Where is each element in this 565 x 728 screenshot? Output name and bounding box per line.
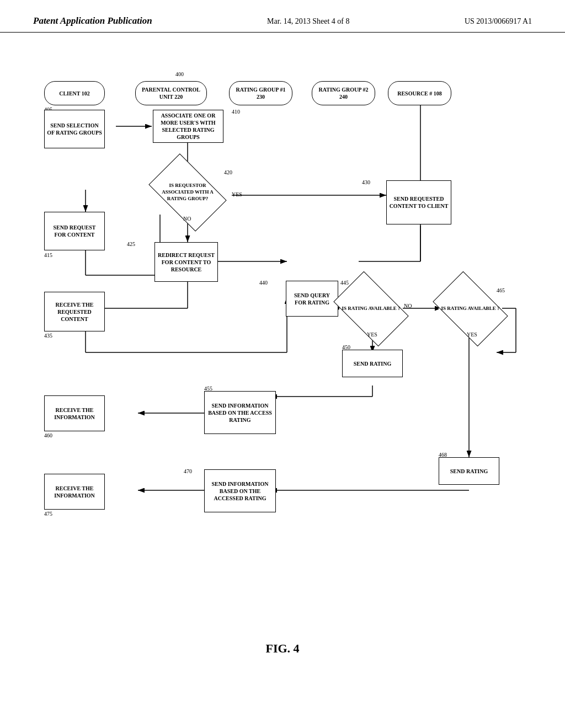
label-455: 455 [204,386,212,392]
resource-box: RESOURCE # 108 [388,81,451,105]
yes-label-3: YES [467,331,477,338]
label-465: 465 [497,287,505,293]
is-rating-avail2-diamond: IS RATING AVAILABLE ? [439,287,502,330]
publication-date: Mar. 14, 2013 Sheet 4 of 8 [267,17,349,26]
page-header: Patent Application Publication Mar. 14, … [0,0,565,33]
label-420: 420 [224,169,232,175]
redirect-box: REDIRECT REQUEST FOR CONTENT TO RESOURCE [154,242,218,282]
send-info-access-box: SEND INFORMATION BASED ON THE ACCESS RAT… [204,391,276,434]
label-430: 430 [362,179,370,185]
label-415: 415 [44,252,52,258]
label-468: 468 [439,452,447,458]
rating-group1-box: RATING GROUP #1 230 [229,81,292,105]
is-requestor-diamond: IS REQUESTOR ASSOCIATED WITH A RATING GR… [154,170,221,215]
figure-caption: FIG. 4 [265,641,299,656]
no-label-2: NO [404,303,412,309]
patent-number: US 2013/0066917 A1 [465,17,532,26]
yes-label-1: YES [232,191,242,197]
diagram-area: 400 CLIENT 102 405 PARENTAL CONTROL UNIT… [0,38,565,672]
label-445: 445 [340,280,349,286]
parental-control-box: PARENTAL CONTROL UNIT 220 [135,81,207,105]
send-selection-box: SEND SELECTION OF RATING GROUPS [44,110,105,148]
label-435: 435 [44,333,52,339]
label-450: 450 [342,344,350,350]
send-rating1-box: SEND RATING [342,350,403,377]
label-460: 460 [44,432,52,438]
yes-label-2: YES [367,331,377,338]
publication-title: Patent Application Publication [33,15,152,26]
figure-number-label: 400 [175,71,184,77]
label-440: 440 [259,280,268,286]
send-query-box: SEND QUERY FOR RATING [286,281,338,317]
send-request-box: SEND REQUEST FOR CONTENT [44,212,105,250]
receive-info2-box: RECEIVE THE INFORMATION [44,474,105,510]
send-requested-box: SEND REQUESTED CONTENT TO CLIENT [386,180,451,224]
no-label-1: NO [183,216,191,222]
label-475: 475 [44,511,52,517]
send-info-accessed-box: SEND INFORMATION BASED ON THE ACCESSED R… [204,469,276,512]
receive-requested-box: RECEIVE THE REQUESTED CONTENT [44,292,105,331]
label-425: 425 [127,241,135,247]
client-102-box: CLIENT 102 [44,81,105,105]
is-rating-avail1-diamond: IS RATING AVAILABLE ? [339,287,403,330]
associate-box: ASSOCIATE ONE OR MORE USER'S WITH SELECT… [153,110,223,143]
rating-group2-box: RATING GROUP #2 240 [312,81,375,105]
send-rating2-box: SEND RATING [439,457,499,485]
label-470: 470 [184,468,192,474]
label-410: 410 [232,109,240,115]
receive-info1-box: RECEIVE THE INFORMATION [44,395,105,431]
